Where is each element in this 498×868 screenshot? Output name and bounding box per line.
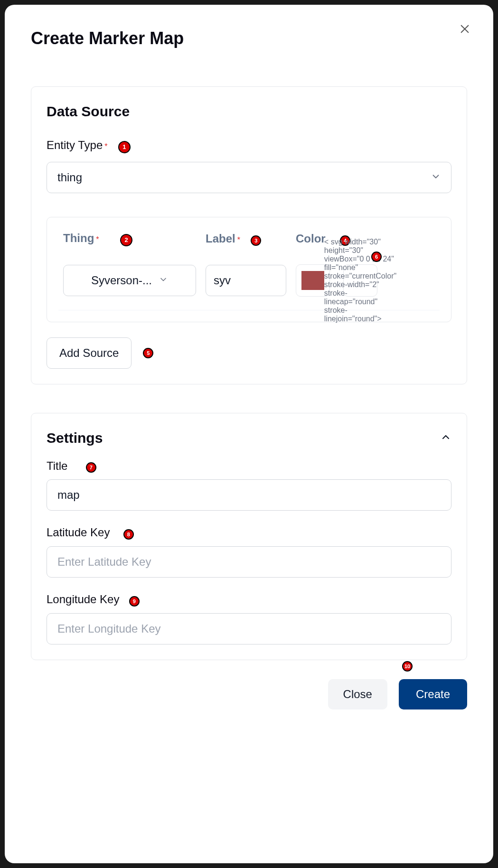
annotation-badge-8: 8 <box>123 529 134 540</box>
source-label-input[interactable] <box>206 265 286 296</box>
annotation-badge-10: 10 <box>402 661 413 672</box>
latitude-key-label: Latitude Key <box>47 526 110 539</box>
create-button-label: Create <box>416 688 450 700</box>
annotation-badge-5: 5 <box>143 348 153 358</box>
col-thing-label: Thing <box>63 232 94 244</box>
source-row: Syverson-... 6 < svg width="30" height="… <box>58 264 440 310</box>
entity-type-label: Entity Type <box>47 139 103 152</box>
title-input[interactable] <box>47 479 451 511</box>
data-source-panel: Data Source Entity Type* 1 thing Thing* … <box>31 86 467 384</box>
entity-type-select[interactable]: thing <box>47 162 451 193</box>
modal-header: Create Marker Map <box>31 28 467 48</box>
annotation-badge-2: 2 <box>120 234 132 246</box>
thing-select[interactable]: Syverson-... <box>63 265 196 296</box>
required-asterisk: * <box>237 236 240 244</box>
data-source-title: Data Source <box>47 103 451 120</box>
trash-icon: < svg width="30" height="30" viewBox="0 … <box>324 238 396 323</box>
modal-title: Create Marker Map <box>31 28 184 48</box>
required-asterisk: * <box>96 235 99 243</box>
delete-source-button[interactable]: 6 < svg width="30" height="30" viewBox="… <box>343 264 377 297</box>
col-color-label: Color <box>296 232 326 245</box>
annotation-badge-1: 1 <box>118 141 131 153</box>
close-button[interactable]: Close <box>328 679 387 709</box>
add-source-button[interactable]: Add Source <box>47 337 132 369</box>
create-marker-map-modal: Create Marker Map Data Source Entity Typ… <box>5 5 493 863</box>
create-button[interactable]: 10 Create <box>399 679 467 709</box>
entity-type-field: Entity Type* 1 thing <box>47 139 451 193</box>
modal-footer: Close 10 Create <box>31 679 467 709</box>
settings-title: Settings <box>47 430 103 446</box>
col-label-label: Label <box>206 232 235 245</box>
required-asterisk: * <box>104 142 107 150</box>
close-icon[interactable] <box>458 21 472 38</box>
color-swatch <box>301 271 324 290</box>
settings-panel: Settings Title 7 Latitude Key 8 Longitud… <box>31 413 467 660</box>
annotation-badge-9: 9 <box>129 596 140 607</box>
annotation-badge-3: 3 <box>251 235 261 246</box>
chevron-up-icon[interactable] <box>440 431 451 445</box>
annotation-badge-7: 7 <box>86 462 96 473</box>
annotation-badge-6: 6 <box>371 252 382 262</box>
longitude-key-input[interactable] <box>47 613 451 644</box>
longitude-key-label: Longitude Key <box>47 593 119 606</box>
thing-select-value: Syverson-... <box>91 274 152 287</box>
latitude-key-input[interactable] <box>47 546 451 578</box>
chevron-down-icon <box>159 274 168 287</box>
source-list: Thing* 2 Label* 3 Color 4 Syverson-... <box>47 217 451 322</box>
title-label: Title <box>47 459 67 473</box>
